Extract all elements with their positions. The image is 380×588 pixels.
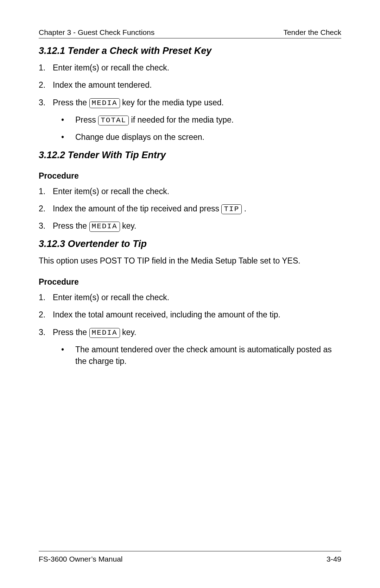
list-marker: 2.: [39, 203, 53, 215]
text-segment: Press the: [53, 221, 89, 230]
section-title-3-12-3: 3.12.3 Overtender to Tip: [39, 239, 341, 249]
step-text: Press the MEDIA key.: [53, 220, 341, 232]
header-rule: [39, 38, 341, 38]
header-left: Chapter 3 - Guest Check Functions: [39, 28, 154, 37]
list-marker: 1.: [39, 62, 53, 74]
text-segment: key.: [122, 221, 136, 230]
step-text: Enter item(s) or recall the check.: [53, 62, 341, 74]
keycap-tip: TIP: [221, 204, 242, 214]
keycap-media: MEDIA: [89, 328, 120, 338]
list-marker: 3.: [39, 327, 53, 338]
text-segment: .: [244, 204, 246, 213]
step-text: Index the amount tendered.: [53, 79, 341, 91]
list-item: 3. Press the MEDIA key for the media typ…: [39, 97, 341, 109]
page-footer: FS-3600 Owner’s Manual 3-49: [39, 551, 341, 563]
list-item: 2. Index the amount of the tip received …: [39, 203, 341, 215]
section-title-3-12-1: 3.12.1 Tender a Check with Preset Key: [39, 45, 341, 56]
list-item: 1. Enter item(s) or recall the check.: [39, 186, 341, 197]
keycap-media: MEDIA: [89, 222, 120, 231]
footer-right: 3-49: [327, 555, 341, 563]
header-right: Tender the Check: [283, 28, 341, 37]
procedure-list-1: 1. Enter item(s) or recall the check. 2.…: [39, 62, 341, 109]
list-marker: 2.: [39, 79, 53, 91]
footer-row: FS-3600 Owner’s Manual 3-49: [39, 555, 341, 563]
list-item: 2. Index the total amount received, incl…: [39, 309, 341, 321]
list-item: • The amount tendered over the check amo…: [60, 344, 341, 367]
list-item: 1. Enter item(s) or recall the check.: [39, 62, 341, 74]
bullet-icon: •: [60, 131, 75, 143]
text-segment: Press the: [53, 98, 89, 107]
list-item: 3. Press the MEDIA key.: [39, 327, 341, 338]
footer-left: FS-3600 Owner’s Manual: [39, 555, 123, 563]
text-segment: key.: [122, 328, 136, 337]
keycap-media: MEDIA: [89, 98, 120, 108]
step-text: Press TOTAL if needed for the media type…: [75, 114, 341, 126]
list-marker: 3.: [39, 220, 53, 232]
list-marker: 3.: [39, 97, 53, 109]
keycap-total: TOTAL: [98, 116, 129, 125]
text-segment: Index the amount of the tip received and…: [53, 204, 221, 213]
list-marker: 1.: [39, 292, 53, 303]
step-text: Index the amount of the tip received and…: [53, 203, 341, 215]
text-segment: Press: [75, 115, 98, 124]
step-text: Press the MEDIA key.: [53, 327, 341, 338]
list-item: 1. Enter item(s) or recall the check.: [39, 292, 341, 303]
procedure-list-3: 1. Enter item(s) or recall the check. 2.…: [39, 292, 341, 338]
list-item: 3. Press the MEDIA key.: [39, 220, 341, 232]
procedure-heading: Procedure: [39, 171, 341, 181]
list-item: 2. Index the amount tendered.: [39, 79, 341, 91]
document-page: Chapter 3 - Guest Check Functions Tender…: [0, 0, 380, 588]
step-text: Enter item(s) or recall the check.: [53, 292, 341, 303]
text-segment: if needed for the media type.: [131, 115, 234, 124]
section-intro: This option uses POST TO TIP field in th…: [39, 255, 341, 267]
list-item: • Change due displays on the screen.: [60, 131, 341, 143]
bullet-icon: •: [60, 114, 75, 126]
bullet-icon: •: [60, 344, 75, 355]
step-text: Press the MEDIA key for the media type u…: [53, 97, 341, 109]
text-segment: key for the media type used.: [122, 98, 224, 107]
bullet-list-3: • The amount tendered over the check amo…: [60, 344, 341, 367]
bullet-list-1: • Press TOTAL if needed for the media ty…: [60, 114, 341, 143]
procedure-list-2: 1. Enter item(s) or recall the check. 2.…: [39, 186, 341, 232]
section-title-3-12-2: 3.12.2 Tender With Tip Entry: [39, 150, 341, 161]
text-segment: Press the: [53, 328, 89, 337]
step-text: The amount tendered over the check amoun…: [75, 344, 341, 367]
step-text: Enter item(s) or recall the check.: [53, 186, 341, 197]
procedure-heading: Procedure: [39, 277, 341, 287]
list-marker: 1.: [39, 186, 53, 197]
list-marker: 2.: [39, 309, 53, 321]
list-item: • Press TOTAL if needed for the media ty…: [60, 114, 341, 126]
step-text: Index the total amount received, includi…: [53, 309, 341, 321]
page-header: Chapter 3 - Guest Check Functions Tender…: [39, 28, 341, 37]
step-text: Change due displays on the screen.: [75, 131, 341, 143]
footer-rule: [39, 551, 341, 551]
